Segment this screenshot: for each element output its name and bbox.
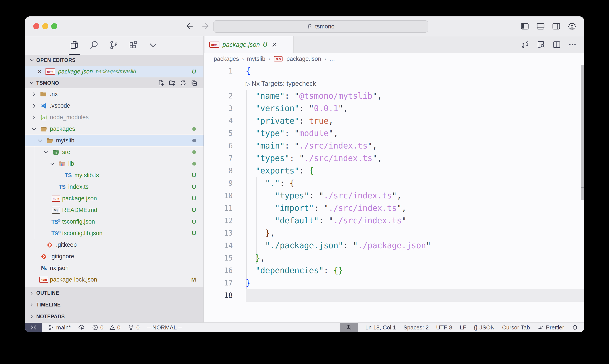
- search-view-icon[interactable]: [88, 36, 100, 55]
- open-preview-icon[interactable]: [537, 40, 545, 49]
- collapse-folders-icon[interactable]: [190, 79, 198, 87]
- tree-item[interactable]: npm package-lock.json M: [25, 274, 203, 286]
- run-codelens-icon: ▷: [246, 80, 252, 87]
- tree-item[interactable]: .vscode: [25, 100, 203, 112]
- breadcrumb-file[interactable]: package.json: [286, 56, 321, 62]
- new-folder-icon[interactable]: [168, 79, 176, 87]
- tree-item-label: mytslib.ts: [74, 172, 99, 179]
- editor-scrollbar[interactable]: [581, 65, 584, 200]
- breadcrumb-packages[interactable]: packages: [214, 56, 239, 62]
- outline-section-header[interactable]: OUTLINE: [25, 287, 203, 299]
- zoom-window-button[interactable]: [51, 23, 57, 29]
- broadcast-icon: [128, 324, 134, 331]
- tree-item[interactable]: TS index.ts U: [25, 181, 203, 193]
- split-editor-icon[interactable]: [552, 40, 561, 49]
- open-editor-item[interactable]: ✕ npm package.json packages/mytslib U: [25, 66, 203, 78]
- code-editor[interactable]: 1 { ▷ Nx Targets: typecheck 2 "name": "@…: [204, 65, 584, 323]
- tree-item[interactable]: .gitignore: [25, 251, 203, 262]
- settings-gear-icon[interactable]: [567, 21, 577, 31]
- breadcrumb-symbol[interactable]: …: [329, 56, 335, 62]
- npm-icon: npm: [209, 41, 220, 48]
- more-actions-icon[interactable]: [568, 40, 577, 49]
- tree-item[interactable]: JS node_modules: [25, 112, 203, 123]
- code-line: 6 "main": "./src/index.ts",: [204, 140, 584, 152]
- toggle-secondary-sidebar-button[interactable]: [551, 21, 561, 31]
- tab-close-icon[interactable]: [271, 41, 278, 48]
- tree-twistie: [30, 91, 38, 97]
- zoom-indicator[interactable]: [340, 323, 358, 332]
- error-icon: [92, 325, 98, 331]
- cursor-position-status[interactable]: Ln 18, Col 1: [365, 324, 396, 331]
- refresh-icon[interactable]: [179, 79, 187, 87]
- minimize-window-button[interactable]: [42, 23, 48, 29]
- magnifier-plus-icon: [346, 324, 352, 331]
- tree-item-label: mytslib: [56, 137, 74, 144]
- notepads-section-header[interactable]: NOTEPADS: [25, 311, 203, 323]
- line-number: 8: [204, 167, 233, 175]
- line-number: 3: [204, 104, 233, 113]
- git-status-badge: U: [192, 195, 196, 202]
- extensions-view-icon[interactable]: [128, 36, 139, 55]
- timeline-section-header[interactable]: TIMELINE: [25, 299, 203, 311]
- remote-indicator[interactable]: [25, 323, 42, 332]
- tab-bar: npm package.json U: [204, 36, 584, 53]
- line-number: 12: [204, 216, 233, 225]
- tab-package-json[interactable]: npm package.json U: [205, 36, 294, 53]
- tree-item[interactable]: npm package.json U: [25, 193, 203, 204]
- tree-item-label: tsconfig.lib.json: [62, 230, 103, 237]
- notifications-bell[interactable]: [571, 324, 578, 331]
- nx-icon: Nx: [39, 265, 48, 272]
- tree-item[interactable]: lib: [25, 158, 203, 169]
- tree-item[interactable]: Nx nx.json: [25, 262, 203, 274]
- cursor-tab-status[interactable]: Cursor Tab: [502, 324, 530, 331]
- eol-status[interactable]: LF: [460, 324, 466, 331]
- tree-item[interactable]: TS mytslib.ts U: [25, 169, 203, 181]
- git-status-badge: [192, 150, 196, 154]
- code-line: 7 "types": "./src/index.ts",: [204, 152, 584, 165]
- close-window-button[interactable]: [33, 23, 39, 29]
- tree-item[interactable]: packages: [25, 123, 203, 135]
- tree-item[interactable]: TS⚙ tsconfig.json U: [25, 216, 203, 228]
- vim-mode-indicator[interactable]: -- NORMAL --: [147, 324, 182, 331]
- double-check-icon: [537, 324, 544, 331]
- tree-twistie: [30, 114, 38, 120]
- tree-item[interactable]: mytslib: [25, 135, 203, 146]
- forward-button[interactable]: [200, 21, 210, 31]
- codelens-row[interactable]: ▷ Nx Targets: typecheck: [204, 77, 584, 90]
- titlebar: tsmono: [25, 16, 584, 36]
- line-number: 1: [204, 67, 233, 75]
- ports-status[interactable]: 0: [128, 324, 139, 331]
- tree-item[interactable]: .gitkeep: [25, 239, 203, 251]
- indentation-status[interactable]: Spaces: 2: [403, 324, 429, 331]
- tree-item[interactable]: TS⚙ tsconfig.lib.json U: [25, 228, 203, 239]
- language-mode-status[interactable]: {} JSON: [474, 324, 495, 331]
- line-number: 17: [204, 279, 233, 287]
- tree-item[interactable]: src: [25, 146, 203, 158]
- toggle-panel-button[interactable]: [536, 21, 545, 31]
- sync-status[interactable]: [78, 324, 85, 331]
- tree-item[interactable]: .nx: [25, 88, 203, 100]
- toggle-primary-sidebar-button[interactable]: [520, 21, 530, 31]
- formatter-status[interactable]: Prettier: [537, 324, 564, 331]
- problems-status[interactable]: 0 0: [92, 324, 120, 331]
- close-editor-icon[interactable]: ✕: [37, 68, 42, 75]
- tree-item[interactable]: M↓ README.md U: [25, 204, 203, 216]
- tree-item-label: .gitignore: [50, 253, 74, 260]
- open-changes-icon[interactable]: [521, 40, 530, 49]
- workspace-header[interactable]: TSMONO: [25, 78, 203, 88]
- more-views-chevron-icon[interactable]: [147, 36, 159, 55]
- explorer-view-icon[interactable]: [69, 36, 80, 55]
- git-status-badge: M: [191, 276, 196, 283]
- breadcrumb-mytslib[interactable]: mytslib: [247, 56, 265, 62]
- file-tree: .nx .vscode JS node_modules: [25, 88, 203, 287]
- command-center-search[interactable]: tsmono: [213, 20, 428, 33]
- encoding-status[interactable]: UTF-8: [436, 324, 452, 331]
- open-editors-header[interactable]: OPEN EDITORS: [25, 55, 203, 66]
- code-line: 2 "name": "@tsmono/mytslib",: [204, 90, 584, 102]
- line-number: 9: [204, 179, 233, 187]
- code-line: 16 "dependencies": {}: [204, 264, 584, 277]
- new-file-icon[interactable]: [157, 79, 165, 87]
- branch-status[interactable]: main*: [48, 324, 71, 331]
- source-control-view-icon[interactable]: [108, 36, 119, 55]
- back-button[interactable]: [185, 21, 195, 31]
